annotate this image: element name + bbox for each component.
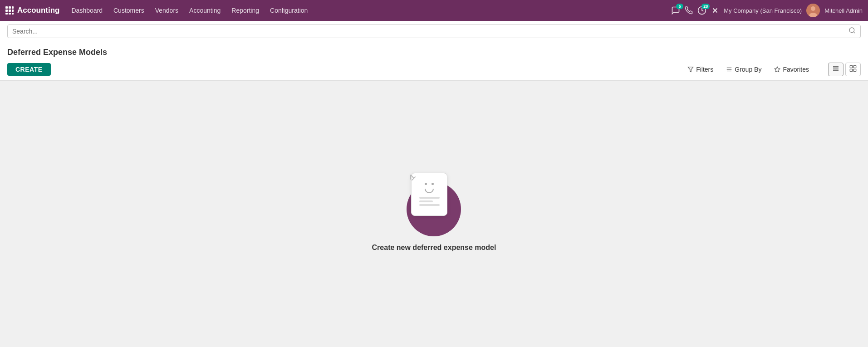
app-brand-name: Accounting (17, 6, 60, 15)
page-title: Deferred Expense Models (7, 48, 107, 57)
nav-dashboard[interactable]: Dashboard (67, 5, 108, 16)
apps-grid-icon[interactable] (5, 6, 14, 15)
messages-badge: 5 (676, 4, 683, 9)
svg-rect-26 (850, 65, 852, 68)
company-label[interactable]: My Company (San Francisco) (724, 7, 802, 14)
group-by-label: Group By (735, 66, 761, 73)
doc-line-3 (419, 204, 440, 206)
page-header-block: Deferred Expense Models CREATE Filters G… (0, 42, 868, 81)
doc-line-1 (419, 197, 440, 199)
kanban-view-button[interactable] (845, 63, 861, 76)
user-avatar[interactable] (806, 4, 820, 17)
close-icon-btn[interactable] (711, 6, 719, 15)
empty-state-message: Create new deferred expense model (372, 244, 496, 252)
create-button[interactable]: CREATE (7, 63, 51, 76)
svg-marker-21 (775, 67, 780, 72)
nav-configuration[interactable]: Configuration (265, 5, 312, 16)
top-navigation: Accounting Dashboard Customers Vendors A… (0, 0, 868, 21)
doc-lines (419, 197, 440, 206)
svg-point-13 (811, 6, 815, 11)
svg-line-16 (853, 32, 855, 33)
svg-rect-5 (12, 10, 14, 12)
list-view-button[interactable] (828, 63, 843, 76)
search-icon[interactable] (848, 27, 856, 36)
main-content: Create new deferred expense model (0, 81, 868, 326)
clock-icon-btn[interactable]: 28 (697, 6, 706, 15)
svg-marker-17 (688, 67, 693, 72)
favorites-label: Favorites (783, 66, 809, 73)
filters-button[interactable]: Filters (685, 64, 716, 75)
empty-state: Create new deferred expense model (372, 173, 496, 252)
svg-rect-6 (5, 13, 8, 15)
search-row (0, 21, 868, 42)
svg-line-31 (411, 175, 414, 178)
nav-accounting[interactable]: Accounting (185, 5, 225, 16)
svg-rect-29 (853, 69, 856, 71)
nav-reporting[interactable]: Reporting (227, 5, 264, 16)
doc-line-2 (419, 200, 433, 202)
doc-eye-left (425, 183, 427, 185)
svg-rect-3 (5, 10, 8, 12)
nav-vendors[interactable]: Vendors (151, 5, 183, 16)
svg-rect-1 (9, 6, 11, 9)
svg-rect-8 (12, 13, 14, 15)
messages-icon-btn[interactable]: 5 (671, 6, 680, 15)
view-toggle (828, 63, 861, 76)
clock-badge: 28 (701, 4, 710, 9)
search-input-wrap[interactable] (7, 24, 861, 38)
filters-label: Filters (696, 66, 713, 73)
favorites-button[interactable]: Favorites (771, 64, 812, 75)
svg-rect-7 (9, 13, 11, 15)
doc-smile (425, 189, 434, 193)
empty-illustration (402, 173, 466, 236)
user-name[interactable]: Mitchell Admin (824, 7, 863, 14)
phone-icon-btn[interactable] (685, 6, 693, 15)
svg-rect-0 (5, 6, 8, 9)
svg-rect-2 (12, 6, 14, 9)
svg-rect-4 (9, 10, 11, 12)
topbar-right: 5 28 My Company (San Francisco) (671, 4, 863, 17)
action-bar: CREATE Filters Group By Fa (0, 59, 868, 80)
brand-area: Accounting (5, 6, 60, 15)
doc-face (425, 183, 434, 185)
svg-rect-28 (850, 69, 852, 71)
group-by-button[interactable]: Group By (723, 64, 764, 75)
nav-customers[interactable]: Customers (109, 5, 149, 16)
search-input[interactable] (12, 28, 848, 35)
filter-actions: Filters Group By Favorites (685, 63, 861, 76)
svg-point-15 (849, 28, 854, 33)
svg-rect-27 (853, 65, 856, 68)
doc-eye-right (432, 183, 434, 185)
